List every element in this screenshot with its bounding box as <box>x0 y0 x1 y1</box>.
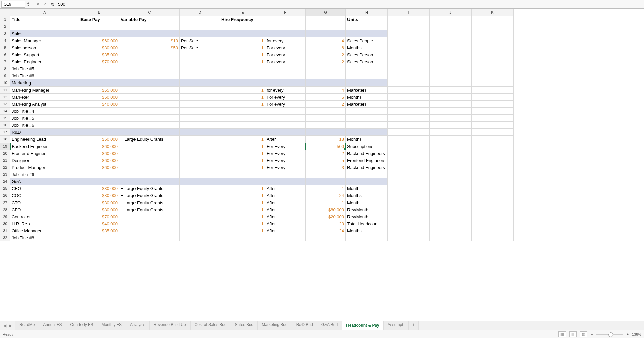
select-all-corner[interactable] <box>0 9 10 16</box>
cell-B25[interactable]: $30 000 <box>79 185 119 192</box>
cell-D6[interactable] <box>180 51 220 58</box>
cell-K5[interactable] <box>472 44 514 51</box>
col-header-B[interactable]: B <box>79 9 119 16</box>
cell-B6[interactable]: $35 000 <box>79 51 119 58</box>
cell-I29[interactable] <box>388 213 430 220</box>
col-header-I[interactable]: I <box>388 9 430 16</box>
cell-A11[interactable]: Marketing Manager <box>10 87 79 94</box>
cell-F20[interactable]: For Every <box>265 150 306 157</box>
cell-K14[interactable] <box>472 108 514 115</box>
cell-F9[interactable] <box>265 72 306 79</box>
cell-I28[interactable] <box>388 206 430 213</box>
cell-F32[interactable] <box>265 234 306 241</box>
cell-K21[interactable] <box>472 157 514 164</box>
cell-C12[interactable] <box>119 94 180 101</box>
cell-A9[interactable]: Job Title #6 <box>10 72 79 79</box>
cell-B3[interactable] <box>79 30 119 37</box>
cell-F10[interactable] <box>265 79 306 87</box>
cell-G11[interactable]: 4 <box>306 87 346 94</box>
row-header-14[interactable]: 14 <box>0 108 10 115</box>
col-header-H[interactable]: H <box>346 9 388 16</box>
cell-D18[interactable] <box>180 136 220 143</box>
cell-D20[interactable] <box>180 150 220 157</box>
cell-H3[interactable] <box>346 30 388 37</box>
cell-J16[interactable] <box>430 122 472 129</box>
cell-J30[interactable] <box>430 220 472 227</box>
cell-F12[interactable]: For every <box>265 94 306 101</box>
cell-K6[interactable] <box>472 51 514 58</box>
name-box-stepper[interactable] <box>27 2 32 7</box>
cell-G6[interactable]: 2 <box>306 51 346 58</box>
cell-K17[interactable] <box>472 129 514 136</box>
cell-F4[interactable]: for every <box>265 37 306 44</box>
cell-J6[interactable] <box>430 51 472 58</box>
cell-I22[interactable] <box>388 164 430 171</box>
cell-A32[interactable]: Job Title #8 <box>10 234 79 241</box>
cell-C30[interactable] <box>119 220 180 227</box>
cell-G28[interactable]: $80 000 <box>306 206 346 213</box>
cell-A25[interactable]: CEO <box>10 185 79 192</box>
cell-J24[interactable] <box>430 178 472 185</box>
cell-A14[interactable]: Job Title #4 <box>10 108 79 115</box>
cell-C17[interactable] <box>119 129 180 136</box>
cell-F6[interactable]: For every <box>265 51 306 58</box>
cell-C29[interactable] <box>119 213 180 220</box>
cell-D17[interactable] <box>180 129 220 136</box>
zoom-slider[interactable] <box>596 334 623 335</box>
cell-A26[interactable]: COO <box>10 192 79 199</box>
cell-C28[interactable]: + Large Equity Grants <box>119 206 180 213</box>
row-header-20[interactable]: 20 <box>0 150 10 157</box>
cell-H9[interactable] <box>346 72 388 79</box>
cell-J8[interactable] <box>430 65 472 72</box>
cell-H22[interactable]: Backend Engineers <box>346 164 388 171</box>
cell-I32[interactable] <box>388 234 430 241</box>
cell-G1[interactable] <box>306 16 346 23</box>
cell-E24[interactable] <box>220 178 265 185</box>
cell-K19[interactable] <box>472 143 514 150</box>
cell-A21[interactable]: Designer <box>10 157 79 164</box>
cell-E3[interactable] <box>220 30 265 37</box>
cell-D31[interactable] <box>180 227 220 234</box>
cell-I21[interactable] <box>388 157 430 164</box>
cell-A13[interactable]: Marketing Analyst <box>10 101 79 108</box>
cell-A30[interactable]: H.R. Rep <box>10 220 79 227</box>
cell-K28[interactable] <box>472 206 514 213</box>
cell-E20[interactable]: 1 <box>220 150 265 157</box>
cell-J22[interactable] <box>430 164 472 171</box>
cell-K2[interactable] <box>472 23 514 30</box>
cell-J23[interactable] <box>430 171 472 178</box>
cell-I13[interactable] <box>388 101 430 108</box>
tab-prev-icon[interactable]: ◀ <box>3 323 6 328</box>
cell-K32[interactable] <box>472 234 514 241</box>
cell-D19[interactable] <box>180 143 220 150</box>
cell-J11[interactable] <box>430 87 472 94</box>
cell-A18[interactable]: Engineering Lead <box>10 136 79 143</box>
cell-A28[interactable]: CFO <box>10 206 79 213</box>
cell-B2[interactable] <box>79 23 119 30</box>
cell-A15[interactable]: Job Title #5 <box>10 115 79 122</box>
col-header-C[interactable]: C <box>119 9 180 16</box>
cell-K13[interactable] <box>472 101 514 108</box>
cell-C9[interactable] <box>119 72 180 79</box>
cell-C8[interactable] <box>119 65 180 72</box>
cell-G8[interactable] <box>306 65 346 72</box>
cell-K9[interactable] <box>472 72 514 79</box>
row-header-25[interactable]: 25 <box>0 185 10 192</box>
cell-J29[interactable] <box>430 213 472 220</box>
cell-B1[interactable]: Base Pay <box>79 16 119 23</box>
cell-J1[interactable] <box>430 16 472 23</box>
sheet-tab[interactable]: Headcount & Pay <box>342 321 384 330</box>
spreadsheet-grid[interactable]: ABCDEFGHIJK1TitleBase PayVariable PayHir… <box>0 9 644 321</box>
cell-H19[interactable]: Subscriptions <box>346 143 388 150</box>
cell-B28[interactable]: $80 000 <box>79 206 119 213</box>
cell-J19[interactable] <box>430 143 472 150</box>
cell-C27[interactable]: + Large Equity Grants <box>119 199 180 206</box>
cell-H31[interactable]: Months <box>346 227 388 234</box>
name-box[interactable]: G19 <box>1 1 25 8</box>
row-header-19[interactable]: 19 <box>0 143 10 150</box>
cell-G30[interactable]: 20 <box>306 220 346 227</box>
cell-B26[interactable]: $80 000 <box>79 192 119 199</box>
cell-I17[interactable] <box>388 129 430 136</box>
cell-E19[interactable]: 1 <box>220 143 265 150</box>
cell-E23[interactable] <box>220 171 265 178</box>
